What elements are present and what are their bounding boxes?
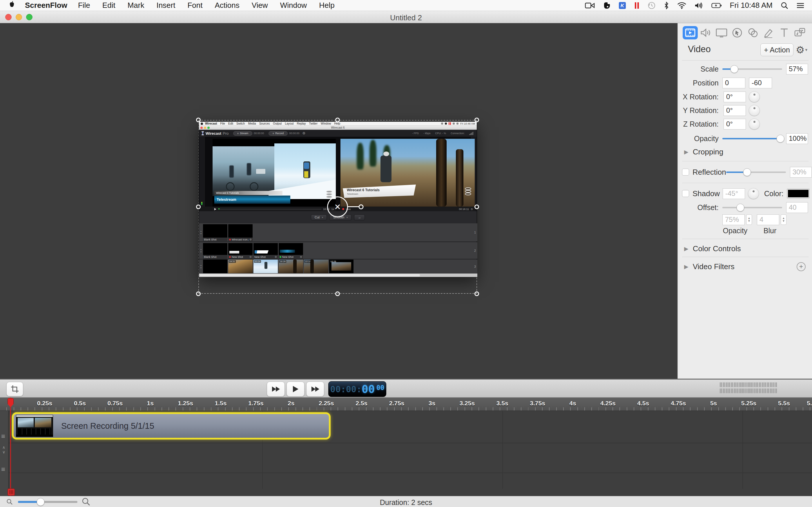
- pause-menu-icon[interactable]: [634, 2, 640, 9]
- rotation-dial[interactable]: [749, 91, 760, 102]
- playhead-line[interactable]: [10, 397, 11, 496]
- wc-menu-window[interactable]: Window: [321, 122, 331, 125]
- menu-font[interactable]: Font: [181, 1, 208, 10]
- bluetooth-menu-icon[interactable]: [664, 1, 669, 10]
- track-handle-icon[interactable]: ≡: [1, 434, 5, 439]
- shot-item[interactable]: New Shot⚙: [253, 243, 278, 259]
- track-expand-icon[interactable]: ∨: [2, 450, 5, 454]
- shot-gear-icon[interactable]: ⚙: [249, 256, 252, 259]
- panel-gear-menu[interactable]: ⚙▾: [796, 44, 807, 56]
- wc-menu-media[interactable]: Media: [248, 122, 256, 125]
- tab-video-icon[interactable]: [683, 26, 698, 40]
- wc-menu-wirecast[interactable]: Wirecast: [205, 122, 217, 125]
- menu-actions[interactable]: Actions: [209, 1, 246, 10]
- wc-menu-help[interactable]: Help: [335, 122, 341, 125]
- transition-cut-button[interactable]: Cut▾: [311, 214, 327, 221]
- position-x-input[interactable]: 0: [722, 78, 745, 89]
- preview-pane[interactable]: Wirecast 6 Tutorials Telestream: [213, 139, 336, 207]
- shot-clip[interactable]: 00:04: [253, 260, 278, 273]
- menu-clock[interactable]: Fri 10:48 AM: [730, 1, 772, 10]
- rotation-input[interactable]: 0°: [723, 92, 746, 102]
- live-pane[interactable]: Wirecast 6 Tutorials Telestream: [341, 139, 475, 207]
- wirecast-gear-icon[interactable]: ⚙: [302, 131, 305, 135]
- go-button[interactable]: →: [354, 214, 365, 221]
- play-icon[interactable]: [214, 208, 216, 210]
- cropping-row[interactable]: ▶ Cropping: [681, 146, 810, 158]
- color-controls-row[interactable]: ▶ Color Controls: [681, 242, 810, 255]
- shadow-blur-stepper[interactable]: ▲▼: [781, 214, 786, 225]
- selection-handle-sw[interactable]: [196, 291, 201, 296]
- volume-menu-icon[interactable]: [695, 2, 703, 9]
- menu-window[interactable]: Window: [274, 1, 313, 10]
- scale-value-input[interactable]: 57%: [786, 64, 808, 74]
- track-handle-icon[interactable]: ≡: [1, 466, 5, 472]
- selection-handle-w[interactable]: [196, 205, 201, 209]
- menu-help[interactable]: Help: [313, 1, 341, 10]
- rotation-handle[interactable]: [359, 205, 364, 210]
- reflection-slider[interactable]: [726, 166, 786, 178]
- timeline-clip[interactable]: Screen Recording 5/1/15: [12, 412, 331, 440]
- wc-menu-switch[interactable]: Switch: [236, 122, 245, 125]
- apple-menu-icon[interactable]: [9, 1, 15, 10]
- selection-handle-ne[interactable]: [474, 118, 479, 122]
- battery-menu-icon[interactable]: [711, 3, 722, 8]
- shot-clip[interactable]: 16:26: [329, 260, 354, 273]
- wc-menu-output[interactable]: Output: [273, 122, 282, 125]
- reflection-value-input[interactable]: 30%: [790, 167, 812, 178]
- shot-item[interactable]: Blank Shot: [203, 224, 227, 241]
- add-action-button[interactable]: + Action: [760, 44, 794, 56]
- selection-handle-e[interactable]: [474, 205, 479, 209]
- menu-edit[interactable]: Edit: [96, 1, 121, 10]
- menu-file[interactable]: File: [72, 1, 96, 10]
- menu-view[interactable]: View: [246, 1, 274, 10]
- crop-button[interactable]: [6, 382, 23, 396]
- rewind-button[interactable]: [267, 382, 285, 397]
- tab-annotations-icon[interactable]: [761, 26, 776, 40]
- selection-handle-s[interactable]: [335, 291, 340, 296]
- fast-forward-button[interactable]: [306, 382, 324, 397]
- shot-item[interactable]: New Shot⚙: [279, 243, 303, 259]
- spotlight-search-icon[interactable]: [781, 2, 788, 9]
- timeline-tracks[interactable]: ≡ ∧ ∨ ≡ Screen Recording 5/1/15: [0, 411, 812, 496]
- shadow-checkbox[interactable]: [682, 190, 689, 197]
- shot-clip[interactable]: [203, 260, 227, 273]
- wc-menu-file[interactable]: File: [220, 122, 225, 125]
- disclosure-triangle-icon[interactable]: ▶: [684, 245, 689, 252]
- menu-mark[interactable]: Mark: [121, 1, 151, 10]
- notification-center-icon[interactable]: [796, 2, 805, 9]
- evernote-menu-icon[interactable]: [603, 2, 610, 9]
- rotation-dial[interactable]: [749, 118, 760, 129]
- shot-gear-icon[interactable]: ⚙: [274, 256, 277, 259]
- video-filters-row[interactable]: ▶ Video Filters +: [681, 260, 810, 273]
- rotation-input[interactable]: 0°: [723, 119, 746, 129]
- shadow-opacity-stepper[interactable]: ▲▼: [746, 214, 752, 225]
- time-machine-menu-icon[interactable]: [648, 1, 656, 10]
- disclosure-triangle-icon[interactable]: ▶: [684, 149, 689, 155]
- shadow-blur-input[interactable]: 4: [757, 214, 779, 225]
- shadow-offset-input[interactable]: 40: [786, 202, 808, 213]
- scale-slider[interactable]: [722, 63, 782, 75]
- tab-text-icon[interactable]: [777, 26, 792, 40]
- wc-menu-sources[interactable]: Sources: [259, 122, 270, 125]
- wc-menu-edit[interactable]: Edit: [228, 122, 233, 125]
- opacity-slider[interactable]: [722, 132, 782, 145]
- shot-clip[interactable]: 16:26: [279, 260, 303, 273]
- tab-screen-icon[interactable]: [714, 26, 729, 40]
- shot-clip[interactable]: 04:51: [228, 260, 253, 273]
- wirecast-scrollbar[interactable]: [199, 274, 477, 277]
- shot-gear-icon[interactable]: ⚙: [249, 238, 252, 241]
- menu-insert[interactable]: Insert: [150, 1, 181, 10]
- tab-audio-icon[interactable]: [698, 26, 713, 40]
- wc-menu-twitter[interactable]: Twitter: [309, 122, 317, 125]
- add-filter-button[interactable]: +: [797, 262, 806, 271]
- tab-touch-callout-icon[interactable]: [745, 26, 760, 40]
- reflection-checkbox[interactable]: [682, 169, 689, 176]
- shot-item[interactable]: New Shot⚙: [228, 243, 253, 259]
- timeline-ruler[interactable]: 0.25s0.5s0.75s1s1.25s1.5s1.75s2s2.25s2.5…: [0, 397, 812, 411]
- opacity-value-input[interactable]: 100%: [786, 133, 808, 144]
- selection-handle-nw[interactable]: [196, 118, 201, 122]
- disclosure-triangle-icon[interactable]: ▶: [684, 263, 689, 270]
- position-y-input[interactable]: -60: [749, 78, 772, 89]
- app-menu-title[interactable]: ScreenFlow: [25, 1, 67, 10]
- stream-button[interactable]: Stream: [233, 131, 252, 135]
